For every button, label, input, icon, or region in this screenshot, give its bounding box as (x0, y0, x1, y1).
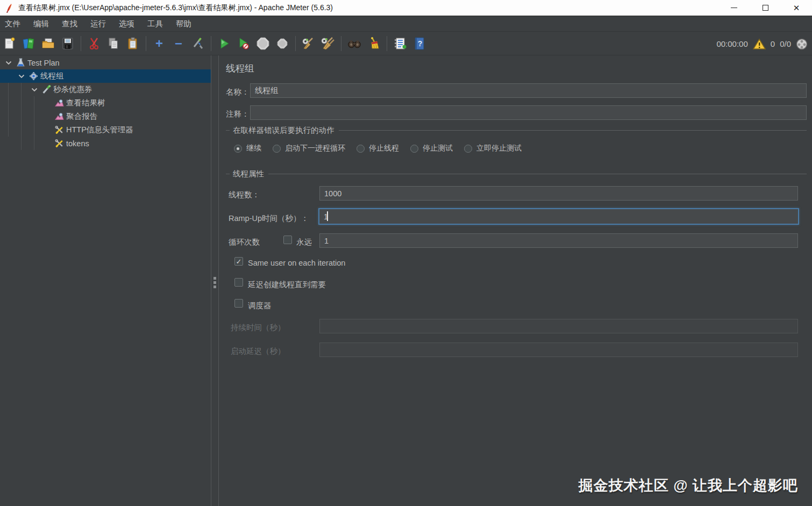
delay-create-checkbox[interactable] (234, 278, 243, 287)
duration-input (319, 319, 798, 333)
tree-node-label: HTTP信息头管理器 (66, 125, 133, 135)
radio-stop-test-now[interactable]: 立即停止测试 (464, 144, 522, 153)
start-icon (217, 37, 231, 51)
chevron-down-icon[interactable] (30, 88, 39, 92)
toggle-element-button[interactable] (191, 36, 205, 51)
radio-stop-test[interactable]: 停止测试 (410, 144, 453, 153)
radio-icon (357, 145, 365, 153)
toolbar-separator (387, 36, 387, 51)
help-icon: ? (412, 37, 426, 51)
radio-stop-thread[interactable]: 停止线程 (357, 144, 399, 153)
comment-input[interactable] (250, 105, 807, 120)
panel-splitter[interactable] (211, 55, 219, 506)
tree-node-thread-group[interactable]: 线程组 (0, 69, 211, 83)
thread-properties-legend: 线程属性 (226, 169, 807, 179)
tree-node-label: 秒杀优惠券 (53, 84, 92, 95)
thread-count: 0/0 (780, 39, 791, 48)
tree-node-sampler[interactable]: 秒杀优惠券 (0, 83, 211, 96)
thread-group-icon (29, 72, 38, 81)
close-icon: ✕ (793, 4, 800, 12)
help-button[interactable]: ? (412, 36, 426, 51)
warning-icon[interactable] (753, 38, 766, 50)
name-label: 名称： (226, 87, 250, 97)
stop-icon (256, 37, 270, 51)
add-element-button[interactable]: + (152, 36, 166, 51)
open-button[interactable] (41, 36, 55, 51)
listener-graph-icon (55, 112, 64, 121)
loop-count-label: 循环次数 (229, 237, 260, 247)
tree-node-tokens[interactable]: tokens (0, 137, 211, 150)
radio-start-next-loop[interactable]: 启动下一进程循环 (273, 144, 345, 153)
config-tools-icon (55, 125, 64, 134)
chevron-down-icon[interactable] (4, 61, 13, 65)
test-timer: 00:00:00 (716, 39, 747, 48)
clear-all-button[interactable] (321, 36, 335, 51)
svg-text:?: ? (418, 39, 423, 48)
search-button[interactable] (347, 36, 361, 51)
tree-node-aggregate-report[interactable]: 聚合报告 (0, 110, 211, 123)
stop-button[interactable] (256, 36, 270, 51)
start-button[interactable] (217, 36, 231, 51)
remote-status-icon[interactable] (796, 38, 808, 50)
open-folder-icon (41, 37, 55, 51)
close-button[interactable]: ✕ (781, 0, 812, 16)
paste-icon (126, 37, 140, 51)
threads-input[interactable] (319, 186, 798, 201)
comment-label: 注释： (226, 109, 250, 119)
function-helper-button[interactable] (393, 36, 407, 51)
radio-icon (410, 145, 418, 153)
http-request-icon (42, 85, 51, 94)
loop-forever-checkbox[interactable] (283, 236, 292, 244)
new-file-icon (3, 37, 16, 51)
save-button[interactable] (61, 36, 75, 51)
tree-node-http-header-manager[interactable]: HTTP信息头管理器 (0, 123, 211, 137)
tree-node-view-results-tree[interactable]: 查看结果树 (0, 96, 211, 110)
minus-icon: − (175, 37, 182, 50)
listener-graph-icon (55, 98, 64, 108)
maximize-button[interactable] (750, 0, 781, 16)
toolbar-separator (146, 36, 146, 51)
function-helper-icon (393, 37, 407, 51)
templates-button[interactable] (22, 36, 36, 51)
chevron-down-icon[interactable] (17, 74, 26, 79)
copy-button[interactable] (106, 36, 120, 51)
toolbar-separator (295, 36, 296, 51)
start-no-timers-icon (237, 37, 251, 51)
paste-button[interactable] (126, 36, 140, 51)
threads-label: 线程数： (229, 190, 260, 200)
new-file-button[interactable] (3, 36, 17, 51)
text-caret (327, 211, 328, 221)
same-user-checkbox[interactable] (234, 257, 243, 266)
scheduler-checkbox[interactable] (234, 299, 243, 308)
start-no-timers-button[interactable] (237, 36, 251, 51)
shutdown-button[interactable] (275, 36, 289, 51)
menu-file[interactable]: 文件 (0, 16, 27, 31)
tree-node-test-plan[interactable]: Test Plan (0, 56, 211, 69)
remove-element-button[interactable]: − (172, 36, 186, 51)
error-action-radio-group: 继续 启动下一进程循环 停止线程 停止测试 立即停止测试 (234, 144, 522, 153)
same-user-label: Same user on each iteration (248, 259, 345, 267)
rampup-input[interactable] (318, 208, 799, 225)
clear-broom-icon (302, 37, 316, 51)
menu-edit[interactable]: 编辑 (27, 16, 55, 31)
reset-search-broom-icon (367, 37, 381, 51)
tree-node-label: tokens (66, 139, 89, 148)
menu-options[interactable]: 选项 (112, 16, 141, 31)
reset-search-button[interactable] (367, 36, 381, 51)
name-input[interactable] (250, 83, 807, 98)
menu-search[interactable]: 查找 (55, 16, 84, 31)
tree-node-label: 聚合报告 (66, 111, 97, 122)
menu-help[interactable]: 帮助 (169, 16, 198, 31)
cut-button[interactable] (87, 36, 101, 51)
loop-count-input[interactable] (319, 233, 798, 248)
menu-tools[interactable]: 工具 (141, 16, 169, 31)
clear-button[interactable] (302, 36, 316, 51)
radio-continue[interactable]: 继续 (234, 144, 261, 153)
maximize-icon (763, 5, 768, 11)
page-title: 线程组 (226, 62, 254, 75)
minimize-button[interactable] (718, 0, 750, 16)
tree-node-label: Test Plan (27, 59, 60, 67)
menu-run[interactable]: 运行 (84, 16, 112, 31)
watermark-text: 掘金技术社区 @ 让我上个超影吧 (579, 476, 798, 495)
toolbar-separator (211, 36, 211, 51)
